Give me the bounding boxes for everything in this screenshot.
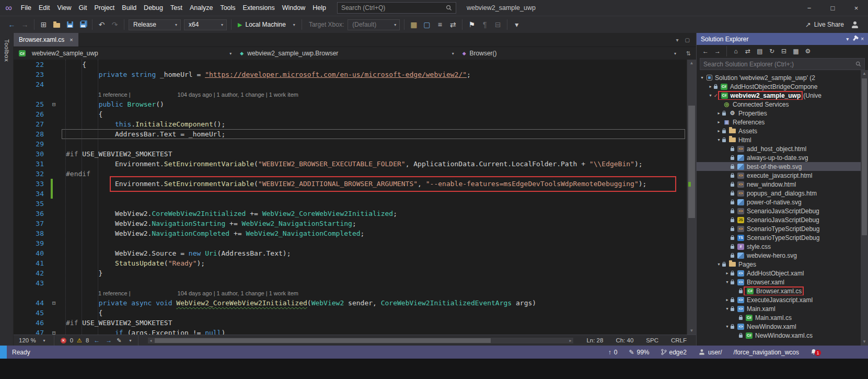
- menu-window[interactable]: Window: [279, 2, 309, 14]
- navigate-back-icon[interactable]: ←: [92, 337, 101, 344]
- expander-icon[interactable]: ▸: [724, 297, 731, 302]
- edit-progress[interactable]: ✎ 99%: [629, 349, 649, 356]
- expander-icon[interactable]: ▾: [724, 306, 731, 311]
- codelens-meta[interactable]: 104 days ago | 1 author, 1 change | 1 wo…: [178, 290, 298, 296]
- breadcrumb-member[interactable]: ◆ Browser() ▾: [458, 47, 680, 60]
- expander-icon[interactable]: ▸: [715, 129, 722, 133]
- code-line[interactable]: 23 private string _homeUrl = "https://de…: [14, 70, 687, 79]
- show-all-files-icon[interactable]: ▦: [790, 46, 802, 56]
- expander-icon[interactable]: ▾: [707, 93, 714, 98]
- fold-marker-icon[interactable]: ⊟: [52, 300, 56, 306]
- breadcrumb-type[interactable]: ◆ webview2_sample_uwp.Browser ▾: [236, 47, 458, 60]
- tree-item-add-host-object-html[interactable]: <>add_host_object.html: [697, 144, 861, 153]
- window-menu-icon[interactable]: ▾: [846, 36, 849, 42]
- tree-item-scenariotypescriptdebug[interactable]: <>ScenarioTypeScriptDebug: [697, 224, 861, 233]
- collapse-all-icon[interactable]: ⊟: [778, 46, 790, 56]
- scroll-right-icon[interactable]: ▸: [567, 338, 573, 343]
- code-line[interactable]: 24: [14, 79, 687, 89]
- start-debugging-button[interactable]: ▶ Local Machine ▾: [234, 18, 299, 31]
- code-line[interactable]: 29: [14, 139, 687, 149]
- add-item-icon[interactable]: ⊞: [37, 18, 50, 31]
- account-icon[interactable]: [851, 21, 859, 28]
- code-line[interactable]: 39: [14, 238, 687, 248]
- codelens-references[interactable]: 1 reference |: [98, 91, 131, 98]
- forward-icon[interactable]: →: [18, 18, 31, 31]
- tab-browser-xaml-cs[interactable]: Browser.xaml.cs ×: [14, 33, 78, 47]
- platform-select[interactable]: x64 ▾: [184, 19, 227, 30]
- close-icon[interactable]: ×: [844, 0, 868, 16]
- codelens-references[interactable]: 1 reference |: [98, 290, 131, 296]
- tree-item-webview2-sample-uwp[interactable]: ▾✓C#webview2_sample_uwp(Unive: [697, 91, 861, 100]
- fold-marker-icon[interactable]: ⊟: [52, 330, 56, 335]
- screenshot-icon[interactable]: ▦: [407, 18, 420, 31]
- menu-test[interactable]: Test: [167, 2, 186, 14]
- target-device-select[interactable]: (Default) ▾: [348, 19, 400, 30]
- menu-tools[interactable]: Tools: [216, 2, 239, 14]
- menu-edit[interactable]: Edit: [35, 2, 54, 14]
- editor-vertical-scrollbar[interactable]: ▲ ▼: [687, 60, 696, 335]
- code-line[interactable]: 33 Environment.SetEnvironmentVariable("W…: [14, 179, 687, 189]
- comment-icon[interactable]: ¶: [478, 18, 491, 31]
- code-line[interactable]: 28 AddressBar.Text = _homeUrl;: [14, 129, 687, 139]
- undo-icon[interactable]: ↶: [95, 18, 108, 31]
- menu-extensions[interactable]: Extensions: [239, 2, 279, 14]
- monitor-icon[interactable]: ▢: [420, 18, 433, 31]
- tab-close-icon[interactable]: ×: [70, 37, 73, 43]
- tree-item-main-xaml-cs[interactable]: C#Main.xaml.cs: [697, 313, 861, 322]
- code-line[interactable]: 26 {: [14, 109, 687, 119]
- edit-mode-icon[interactable]: ✎: [117, 337, 121, 344]
- line-ending-indicator[interactable]: CRLF: [671, 337, 687, 343]
- scrollbar-thumb[interactable]: [862, 78, 867, 235]
- tree-item-scenariojavascriptdebug[interactable]: JSScenarioJavaScriptDebug: [697, 215, 861, 224]
- code-line[interactable]: 31 Environment.SetEnvironmentVariable("W…: [14, 159, 687, 169]
- notifications-button[interactable]: 1: [811, 349, 817, 355]
- configuration-select[interactable]: Release ▾: [129, 19, 181, 30]
- warning-icon[interactable]: ⚠: [77, 337, 82, 344]
- code-line[interactable]: 40 WebView2.Source = new Uri(AddressBar.…: [14, 248, 687, 258]
- tree-item-properties[interactable]: ▸⚙Properties: [697, 109, 861, 118]
- tree-item-popups-and-dialogs-htm[interactable]: <>popups_and_dialogs.htm: [697, 189, 861, 198]
- tree-item-connected-services[interactable]: ◎Connected Services: [697, 100, 861, 109]
- bookmark-icon[interactable]: ⚑: [465, 18, 478, 31]
- tree-item-webview-hero-svg[interactable]: webview-hero.svg: [697, 251, 861, 260]
- code-line[interactable]: 37 WebView2.NavigationStarting += WebVie…: [14, 219, 687, 228]
- scroll-up-icon[interactable]: ▲: [861, 70, 868, 77]
- tree-item-always-up-to-date-svg[interactable]: always-up-to-date.svg: [697, 153, 861, 162]
- tree-item-browser-xaml[interactable]: ▾<>Browser.xaml: [697, 278, 861, 286]
- expander-icon[interactable]: ▸: [724, 271, 731, 275]
- code-line[interactable]: 30#if USE_WEBVIEW2_SMOKETEST: [14, 149, 687, 159]
- split-editor-icon[interactable]: ⇅: [680, 50, 696, 57]
- expander-icon[interactable]: ▾: [724, 324, 731, 329]
- tree-item-html[interactable]: ▾Html: [697, 135, 861, 144]
- outgoing-commits[interactable]: ↑ 0: [608, 349, 618, 356]
- tree-item-browser-xaml-cs[interactable]: C#Browser.xaml.cs: [697, 286, 861, 295]
- outline-icon[interactable]: ⊟: [491, 18, 504, 31]
- zoom-select[interactable]: 120 % ▾: [17, 337, 48, 343]
- pending-changes-icon[interactable]: ▤: [754, 46, 766, 56]
- code-line[interactable]: 43: [14, 278, 687, 288]
- navigate-forward-icon[interactable]: →: [105, 337, 113, 344]
- menu-file[interactable]: File: [17, 2, 35, 14]
- navigate-icon[interactable]: ⇄: [446, 18, 459, 31]
- codelens-meta[interactable]: 104 days ago | 1 author, 1 change | 1 wo…: [178, 91, 298, 98]
- live-share-button[interactable]: ↗ Live Share: [802, 21, 847, 29]
- code-line[interactable]: 32#endif: [14, 169, 687, 179]
- code-line[interactable]: 46#if USE_WEBVIEW2_SMOKETEST: [14, 318, 687, 328]
- solution-explorer-scrollbar[interactable]: ▲ ▼: [861, 70, 868, 346]
- fold-marker-icon[interactable]: ⊟: [52, 101, 56, 107]
- redo-icon[interactable]: ↷: [108, 18, 121, 31]
- editor-horizontal-scrollbar[interactable]: ◂ ▸: [148, 338, 574, 343]
- quick-search-input[interactable]: Search (Ctrl+Q): [337, 2, 456, 14]
- tree-item-main-xaml[interactable]: ▾<>Main.xaml: [697, 304, 861, 313]
- expander-icon[interactable]: ▾: [715, 137, 722, 142]
- code-line[interactable]: 25⊟ public Browser(): [14, 99, 687, 109]
- properties-icon[interactable]: ⚙: [802, 46, 814, 56]
- tree-item-new-window-html[interactable]: <>new_window.html: [697, 180, 861, 189]
- code-line[interactable]: 41 StatusUpdate("Ready");: [14, 258, 687, 268]
- code-line[interactable]: 27 this.InitializeComponent();: [14, 119, 687, 129]
- solution-explorer-header[interactable]: Solution Explorer ▾ ×: [697, 33, 868, 45]
- spaces-indicator[interactable]: SPC: [646, 337, 658, 343]
- tree-item-best-of-the-web-svg[interactable]: best-of-the-web.svg: [697, 162, 861, 171]
- document-list-icon[interactable]: ▾: [676, 37, 679, 43]
- git-branch[interactable]: edge2: [661, 349, 687, 356]
